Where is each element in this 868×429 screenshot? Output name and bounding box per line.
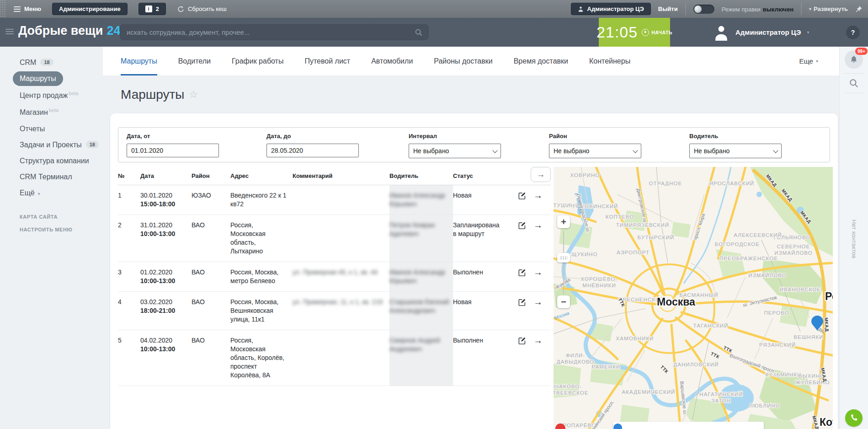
map-attribution-bar bbox=[613, 422, 764, 429]
sidebar-item[interactable]: CRM18 bbox=[13, 55, 60, 70]
map-label: МКАД bbox=[824, 317, 830, 332]
phone-icon bbox=[849, 413, 858, 423]
rail-search-button[interactable] bbox=[840, 78, 868, 88]
sidebar-item[interactable]: Отчеты bbox=[13, 122, 52, 136]
drag-grip[interactable] bbox=[0, 0, 6, 18]
driver-name: Петров Кемран Адилевич bbox=[389, 221, 435, 237]
sidebar-item-label: Задачи и Проекты bbox=[20, 141, 82, 149]
filter-select[interactable]: Не выбрано bbox=[689, 144, 782, 158]
date-value: 31.01.2020 bbox=[140, 221, 188, 230]
map-label: НАГАТИНСКИЙ bbox=[699, 391, 743, 397]
tab[interactable]: График работы bbox=[232, 47, 283, 75]
current-user-menu[interactable]: Администратор ЦЭ ▾ bbox=[713, 18, 809, 47]
search-icon[interactable] bbox=[415, 28, 423, 37]
filter-select[interactable]: Не выбрано bbox=[549, 144, 641, 158]
filter-input[interactable] bbox=[266, 144, 359, 157]
global-search-input[interactable] bbox=[126, 28, 415, 37]
sidebar-footer-link[interactable]: КАРТА САЙТА bbox=[20, 214, 103, 220]
edit-icon[interactable] bbox=[518, 336, 527, 345]
info-counter-button[interactable]: i 2 bbox=[138, 3, 166, 15]
delivery-map[interactable]: ХОВРИНООТРАДНОЕЯРОСЛАВСКИЙТУШИНОГОЛОВИНС… bbox=[554, 167, 833, 429]
filter-field: Дата, от bbox=[127, 133, 219, 157]
tabs-more-button[interactable]: Еще ▾ bbox=[799, 57, 818, 65]
cell-actions: → bbox=[503, 330, 542, 386]
help-button[interactable]: ? bbox=[846, 26, 860, 39]
worktime-widget[interactable]: 21:05 НАЧАТЬ bbox=[599, 18, 670, 47]
map-label: ПЕРОВО bbox=[764, 310, 789, 316]
sidebar-item[interactable]: Структура компании bbox=[13, 154, 96, 168]
time-interval: 10:00-13:00 bbox=[140, 230, 188, 238]
sidebar-item[interactable]: CRM Терминал bbox=[13, 170, 79, 184]
map-label: АКАДЕМИЧЕСКИЙ bbox=[622, 389, 676, 395]
cell-number: 5 bbox=[118, 330, 140, 386]
map-label: ТАГАНСКИЙ bbox=[693, 323, 728, 328]
sidebar-footer-link[interactable]: НАСТРОИТЬ МЕНЮ bbox=[20, 227, 103, 232]
pin-icon[interactable] bbox=[855, 5, 863, 13]
map-label: ЗАТОН bbox=[712, 398, 731, 403]
admin-menu-button[interactable]: Меню bbox=[14, 5, 41, 12]
column-header: Статус bbox=[453, 167, 503, 185]
administration-button[interactable]: Администрирование bbox=[52, 3, 128, 15]
refresh-icon bbox=[177, 5, 184, 13]
sidebar-item-label: Маршруты bbox=[20, 75, 56, 82]
sidebar-item[interactable]: Задачи и Проекты18 bbox=[13, 138, 106, 152]
sidebar: CRM18МаршрутыЦентр продажbetaМагазинbeta… bbox=[0, 47, 103, 429]
table-row[interactable]: 231.01.202010:00-13:00ВАОРоссия, Московс… bbox=[118, 215, 551, 262]
table-row[interactable]: 403.02.202018:00-21:00ВАОРоссия, Москва,… bbox=[118, 292, 551, 330]
notifications-button[interactable]: 99+ bbox=[845, 50, 863, 69]
tab[interactable]: Районы доставки bbox=[434, 47, 492, 75]
divider bbox=[844, 73, 863, 74]
map-zoom-in-button[interactable]: + bbox=[557, 215, 570, 228]
tab[interactable]: Время доставки bbox=[514, 47, 568, 75]
table-row[interactable]: 301.02.202010:00-13:00ВАОРоссия, Москва,… bbox=[118, 262, 551, 292]
edit-icon[interactable] bbox=[518, 191, 527, 200]
table-row[interactable]: 504.02.202010:00-13:00ВАОРоссия, Московс… bbox=[118, 330, 551, 386]
map-label: БОГОРОДСКОЕ bbox=[715, 241, 760, 247]
tab[interactable]: Путевой лист bbox=[304, 47, 350, 75]
map-blue-marker bbox=[613, 424, 622, 429]
reset-cache-button[interactable]: Сбросить кеш bbox=[177, 5, 227, 13]
filter-label: Интервал bbox=[409, 133, 501, 139]
sidebar-item[interactable]: Центр продажbeta bbox=[13, 87, 85, 103]
cell-district: ВАО bbox=[192, 330, 230, 386]
app-logo[interactable]: Добрые вещи24 bbox=[18, 24, 121, 38]
cell-driver: Старшинов Евгений Александрович bbox=[389, 292, 453, 330]
comment-text: ул. Примерная 45, к 1, кв. 44 bbox=[293, 268, 378, 277]
favorite-star-icon[interactable]: ☆ bbox=[189, 89, 198, 101]
open-arrow-icon[interactable]: → bbox=[533, 268, 543, 277]
cell-driver: Иванов Александр Юрьевич bbox=[389, 185, 453, 214]
open-arrow-icon[interactable]: → bbox=[533, 191, 543, 200]
map-label: ХОРОШЁВО- bbox=[581, 276, 618, 282]
table-scroll-right-button[interactable]: → bbox=[531, 167, 551, 182]
map-zoom-track[interactable] bbox=[563, 231, 564, 294]
time-interval: 10:00-13:00 bbox=[140, 277, 188, 285]
tab[interactable]: Автомобили bbox=[371, 47, 413, 75]
edit-icon[interactable] bbox=[518, 221, 527, 230]
open-arrow-icon[interactable]: → bbox=[533, 336, 543, 345]
open-arrow-icon[interactable]: → bbox=[533, 298, 543, 306]
edit-icon[interactable] bbox=[518, 298, 527, 306]
expand-button[interactable]: ▾ Развернуть bbox=[809, 5, 848, 12]
telephony-button[interactable] bbox=[845, 409, 863, 427]
divider bbox=[801, 3, 802, 15]
sidebar-item[interactable]: Маршруты bbox=[13, 71, 63, 86]
admin-user-button[interactable]: Администратор ЦЭ bbox=[571, 3, 651, 15]
logout-button[interactable]: Выйти bbox=[658, 5, 678, 12]
edit-mode-toggle[interactable] bbox=[693, 5, 714, 14]
sidebar-item[interactable]: Магазинbeta bbox=[13, 104, 65, 120]
filter-select-value: Не выбрано bbox=[413, 147, 449, 155]
edit-icon[interactable] bbox=[518, 268, 527, 277]
map-zoom-slider-handle[interactable] bbox=[557, 253, 570, 263]
sidebar-item[interactable]: Ещё▾ bbox=[13, 186, 47, 200]
tab[interactable]: Маршруты bbox=[121, 47, 157, 75]
map-label: ЩУКИНО bbox=[572, 252, 598, 257]
map-city-label: Кот bbox=[820, 416, 833, 428]
filter-input[interactable] bbox=[127, 144, 219, 157]
table-row[interactable]: 130.01.202015:00-18:00ЮЗАОВведенского 22… bbox=[118, 185, 551, 215]
open-arrow-icon[interactable]: → bbox=[533, 221, 543, 230]
header-hamburger-icon[interactable] bbox=[5, 29, 14, 34]
tab[interactable]: Водители bbox=[178, 47, 211, 75]
map-zoom-out-button[interactable]: − bbox=[557, 295, 570, 308]
tab[interactable]: Контейнеры bbox=[589, 47, 630, 75]
filter-select[interactable]: Не выбрано bbox=[409, 144, 501, 158]
